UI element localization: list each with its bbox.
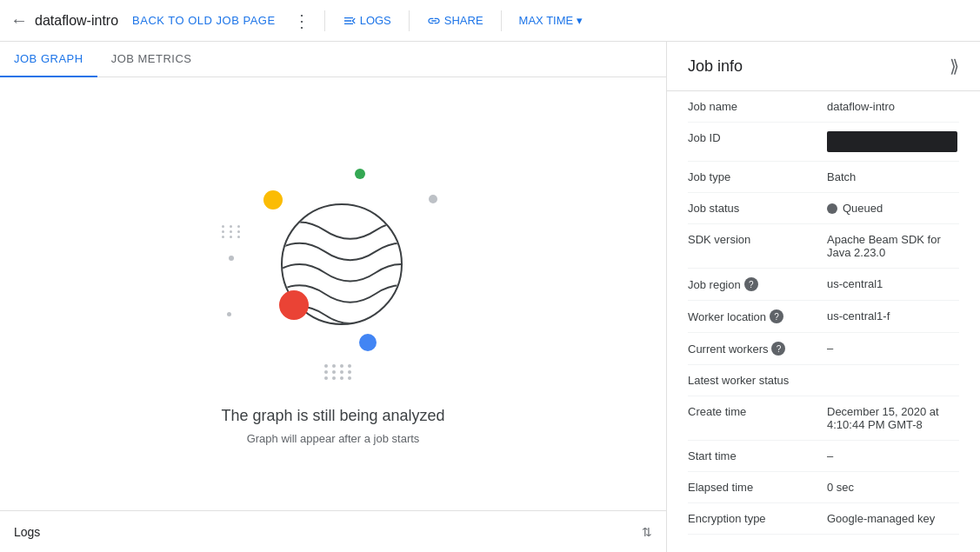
dots-pattern-bottom bbox=[324, 364, 353, 380]
info-value: Apache Beam SDK for Java 2.23.0 bbox=[827, 233, 959, 259]
job-info-row: Job statusQueued bbox=[688, 193, 959, 224]
info-value: dataflow-intro bbox=[827, 100, 959, 113]
left-panel: JOB GRAPH JOB METRICS bbox=[0, 42, 667, 552]
graph-illustration bbox=[220, 143, 446, 386]
info-label: Current workers? bbox=[688, 342, 827, 356]
info-label: Worker location? bbox=[688, 309, 827, 323]
info-label: Job name bbox=[688, 100, 827, 113]
help-icon[interactable]: ? bbox=[744, 277, 758, 291]
info-value: December 15, 2020 at 4:10:44 PM GMT-8 bbox=[827, 405, 959, 431]
back-to-old-job-page-link[interactable]: BACK TO OLD JOB PAGE bbox=[125, 14, 283, 27]
info-label: Job ID bbox=[688, 131, 827, 144]
info-value: – bbox=[827, 342, 959, 355]
share-label: SHARE bbox=[444, 14, 483, 27]
job-info-row: Job typeBatch bbox=[688, 162, 959, 193]
help-icon[interactable]: ? bbox=[771, 342, 785, 356]
graph-sub-text: Graph will appear after a job starts bbox=[247, 432, 420, 445]
decorative-dot-green bbox=[355, 169, 365, 179]
divider bbox=[324, 10, 325, 31]
job-info-row: Latest worker status bbox=[688, 365, 959, 396]
info-value: Batch bbox=[827, 170, 959, 183]
divider2 bbox=[409, 10, 410, 31]
logs-expand-button[interactable]: ⇅ bbox=[642, 525, 652, 539]
job-info-table: Job namedataflow-introJob IDJob typeBatc… bbox=[667, 91, 980, 535]
decorative-dot-2 bbox=[229, 256, 234, 261]
back-icon[interactable]: ← bbox=[10, 10, 28, 30]
job-info-row: Worker location?us-central1-f bbox=[688, 301, 959, 333]
info-value: 0 sec bbox=[827, 481, 959, 494]
info-label: Create time bbox=[688, 405, 827, 418]
max-time-button[interactable]: MAX TIME ▾ bbox=[512, 14, 590, 27]
job-info-row: Current workers?– bbox=[688, 333, 959, 365]
info-value: Google-managed key bbox=[827, 512, 959, 525]
divider3 bbox=[501, 10, 502, 31]
job-info-row: Job region?us-central1 bbox=[688, 269, 959, 301]
graph-analyzing-text: The graph is still being analyzed bbox=[221, 407, 444, 425]
job-id-redacted bbox=[827, 131, 957, 152]
job-info-row: SDK versionApache Beam SDK for Java 2.23… bbox=[688, 224, 959, 269]
resource-metrics-header: Resource metrics ⌃ bbox=[667, 535, 980, 552]
decorative-dot-red bbox=[279, 290, 309, 320]
info-label: Job type bbox=[688, 170, 827, 183]
decorative-dot-yellow bbox=[263, 190, 283, 209]
job-info-row: Encryption typeGoogle-managed key bbox=[688, 503, 959, 535]
top-bar-left: ← dataflow-intro BACK TO OLD JOB PAGE ⋮ … bbox=[10, 10, 970, 31]
info-value: Queued bbox=[827, 202, 959, 215]
job-info-row: Job ID bbox=[688, 123, 959, 162]
decorative-dot-3 bbox=[227, 312, 231, 316]
max-time-label: MAX TIME bbox=[519, 14, 574, 27]
decorative-dot-1 bbox=[429, 195, 437, 203]
info-label: Start time bbox=[688, 449, 827, 462]
info-value: us-central1-f bbox=[827, 309, 959, 323]
more-options-button[interactable]: ⋮ bbox=[290, 10, 314, 31]
right-panel: Job info ⟫ Job namedataflow-introJob IDJ… bbox=[667, 42, 980, 552]
job-info-row: Create timeDecember 15, 2020 at 4:10:44 … bbox=[688, 396, 959, 441]
resource-metrics-expand-icon[interactable]: ⌃ bbox=[944, 549, 959, 552]
help-icon[interactable]: ? bbox=[770, 309, 783, 323]
job-info-row: Start time– bbox=[688, 441, 959, 472]
job-info-row: Job namedataflow-intro bbox=[688, 91, 959, 123]
info-value: – bbox=[827, 449, 959, 462]
tabs: JOB GRAPH JOB METRICS bbox=[0, 42, 666, 77]
info-label: Elapsed time bbox=[688, 481, 827, 494]
job-info-row: Elapsed time0 sec bbox=[688, 472, 959, 503]
logs-icon bbox=[343, 14, 357, 28]
status-text: Queued bbox=[843, 202, 883, 215]
info-label: Latest worker status bbox=[688, 374, 827, 387]
dots-pattern-left bbox=[222, 225, 243, 238]
right-panel-header: Job info ⟫ bbox=[667, 42, 980, 91]
info-label: Job region? bbox=[688, 277, 827, 291]
top-bar: ← dataflow-intro BACK TO OLD JOB PAGE ⋮ … bbox=[0, 0, 980, 42]
info-label: Job status bbox=[688, 202, 827, 215]
status-badge: Queued bbox=[827, 202, 959, 215]
status-dot bbox=[827, 203, 837, 214]
info-value: us-central1 bbox=[827, 277, 959, 290]
info-label: SDK version bbox=[688, 233, 827, 246]
tab-job-metrics[interactable]: JOB METRICS bbox=[97, 42, 206, 77]
share-icon bbox=[427, 14, 441, 28]
job-title: dataflow-intro bbox=[35, 13, 118, 29]
info-label: Encryption type bbox=[688, 512, 827, 525]
right-panel-title: Job info bbox=[688, 57, 743, 76]
logs-label: LOGS bbox=[360, 14, 391, 27]
main-content: JOB GRAPH JOB METRICS bbox=[0, 42, 980, 552]
logs-label: Logs bbox=[14, 525, 40, 539]
tab-job-graph[interactable]: JOB GRAPH bbox=[0, 42, 97, 77]
logs-bar[interactable]: Logs ⇅ bbox=[0, 510, 666, 552]
panel-close-icon[interactable]: ⟫ bbox=[950, 56, 959, 76]
graph-area: The graph is still being analyzed Graph … bbox=[0, 77, 666, 510]
decorative-dot-blue bbox=[359, 334, 377, 351]
share-button[interactable]: SHARE bbox=[420, 14, 490, 28]
info-value bbox=[827, 131, 959, 152]
logs-button[interactable]: LOGS bbox=[336, 14, 398, 28]
chevron-down-icon: ▾ bbox=[577, 14, 583, 27]
